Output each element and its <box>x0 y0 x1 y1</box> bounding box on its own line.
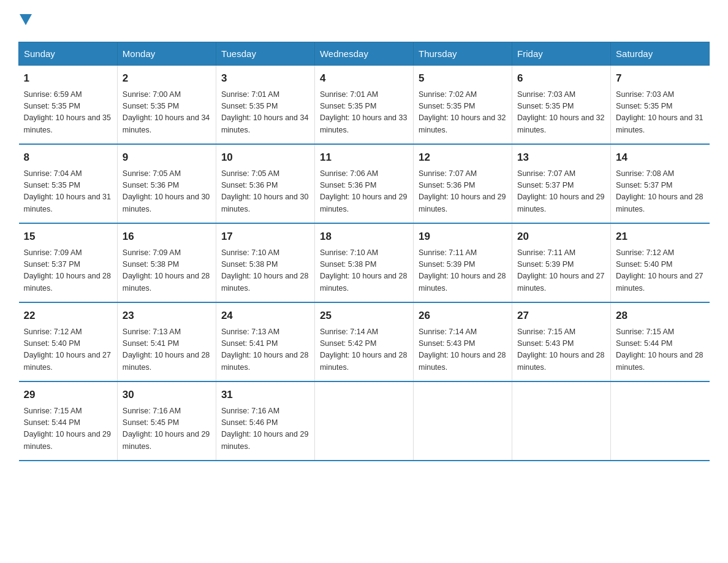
day-number: 13 <box>517 150 605 166</box>
daylight-label: Daylight: 10 hours and 35 minutes. <box>24 113 111 134</box>
day-number: 26 <box>419 308 507 324</box>
sunrise-label: Sunrise: 7:15 AM <box>517 327 575 336</box>
sunrise-label: Sunrise: 7:09 AM <box>24 248 82 257</box>
calendar-week-row: 22 Sunrise: 7:12 AM Sunset: 5:40 PM Dayl… <box>19 302 710 381</box>
sunrise-label: Sunrise: 7:05 AM <box>123 169 181 178</box>
sunset-label: Sunset: 5:36 PM <box>320 181 376 190</box>
daylight-label: Daylight: 10 hours and 28 minutes. <box>616 351 703 371</box>
weekday-header-wednesday: Wednesday <box>314 42 413 66</box>
weekday-header-row: SundayMondayTuesdayWednesdayThursdayFrid… <box>19 42 710 66</box>
calendar-cell: 17 Sunrise: 7:10 AM Sunset: 5:38 PM Dayl… <box>216 223 314 302</box>
daylight-label: Daylight: 10 hours and 29 minutes. <box>221 430 308 450</box>
day-number: 23 <box>123 308 211 324</box>
calendar-cell: 10 Sunrise: 7:05 AM Sunset: 5:36 PM Dayl… <box>216 144 314 223</box>
day-info: Sunrise: 7:14 AM Sunset: 5:43 PM Dayligh… <box>419 326 507 374</box>
daylight-label: Daylight: 10 hours and 28 minutes. <box>419 351 506 371</box>
sunrise-label: Sunrise: 7:09 AM <box>123 248 181 257</box>
sunrise-label: Sunrise: 7:15 AM <box>24 407 82 415</box>
day-number: 9 <box>123 150 211 166</box>
day-number: 28 <box>616 308 704 324</box>
day-number: 24 <box>221 308 309 324</box>
day-info: Sunrise: 7:03 AM Sunset: 5:35 PM Dayligh… <box>616 89 704 137</box>
sunrise-label: Sunrise: 7:11 AM <box>419 248 477 257</box>
calendar-cell: 5 Sunrise: 7:02 AM Sunset: 5:35 PM Dayli… <box>414 66 512 145</box>
calendar-cell <box>611 381 710 461</box>
sunset-label: Sunset: 5:38 PM <box>123 260 179 269</box>
sunset-label: Sunset: 5:44 PM <box>24 418 80 427</box>
sunset-label: Sunset: 5:40 PM <box>616 260 672 269</box>
sunset-label: Sunset: 5:37 PM <box>24 260 80 269</box>
day-info: Sunrise: 7:01 AM Sunset: 5:35 PM Dayligh… <box>320 89 408 137</box>
sunset-label: Sunset: 5:35 PM <box>123 102 179 110</box>
sunrise-label: Sunrise: 7:02 AM <box>419 90 477 99</box>
calendar-cell: 31 Sunrise: 7:16 AM Sunset: 5:46 PM Dayl… <box>216 381 314 461</box>
day-info: Sunrise: 7:01 AM Sunset: 5:35 PM Dayligh… <box>221 89 309 137</box>
weekday-header-sunday: Sunday <box>19 42 118 66</box>
calendar-cell: 9 Sunrise: 7:05 AM Sunset: 5:36 PM Dayli… <box>117 144 216 223</box>
weekday-header-friday: Friday <box>512 42 611 66</box>
logo <box>18 12 32 29</box>
day-number: 5 <box>419 71 507 86</box>
sunrise-label: Sunrise: 7:16 AM <box>221 407 279 415</box>
sunset-label: Sunset: 5:39 PM <box>517 260 574 269</box>
calendar-cell: 16 Sunrise: 7:09 AM Sunset: 5:38 PM Dayl… <box>117 223 216 302</box>
sunrise-label: Sunrise: 7:03 AM <box>616 90 674 99</box>
calendar-table: SundayMondayTuesdayWednesdayThursdayFrid… <box>18 42 710 461</box>
day-number: 17 <box>221 229 309 245</box>
calendar-cell: 8 Sunrise: 7:04 AM Sunset: 5:35 PM Dayli… <box>19 144 118 223</box>
day-number: 15 <box>24 229 112 245</box>
calendar-cell: 3 Sunrise: 7:01 AM Sunset: 5:35 PM Dayli… <box>216 66 314 145</box>
sunrise-label: Sunrise: 7:14 AM <box>419 327 477 336</box>
sunset-label: Sunset: 5:41 PM <box>123 339 179 348</box>
sunset-label: Sunset: 5:39 PM <box>419 260 475 269</box>
sunset-label: Sunset: 5:40 PM <box>24 339 80 348</box>
day-number: 12 <box>419 150 507 166</box>
calendar-cell: 15 Sunrise: 7:09 AM Sunset: 5:37 PM Dayl… <box>19 223 118 302</box>
daylight-label: Daylight: 10 hours and 28 minutes. <box>221 351 308 371</box>
calendar-cell: 22 Sunrise: 7:12 AM Sunset: 5:40 PM Dayl… <box>19 302 118 381</box>
sunset-label: Sunset: 5:35 PM <box>419 102 475 110</box>
calendar-cell <box>414 381 512 461</box>
day-info: Sunrise: 7:02 AM Sunset: 5:35 PM Dayligh… <box>419 89 507 137</box>
sunrise-label: Sunrise: 7:00 AM <box>123 90 181 99</box>
day-number: 4 <box>320 71 408 86</box>
sunset-label: Sunset: 5:35 PM <box>616 102 672 110</box>
sunset-label: Sunset: 5:35 PM <box>24 181 80 190</box>
day-info: Sunrise: 7:08 AM Sunset: 5:37 PM Dayligh… <box>616 168 704 216</box>
day-info: Sunrise: 7:16 AM Sunset: 5:46 PM Dayligh… <box>221 405 309 453</box>
calendar-cell: 23 Sunrise: 7:13 AM Sunset: 5:41 PM Dayl… <box>117 302 216 381</box>
day-number: 19 <box>419 229 507 245</box>
day-number: 22 <box>24 308 112 324</box>
day-info: Sunrise: 7:16 AM Sunset: 5:45 PM Dayligh… <box>123 405 211 453</box>
sunrise-label: Sunrise: 7:12 AM <box>24 327 82 336</box>
calendar-cell: 7 Sunrise: 7:03 AM Sunset: 5:35 PM Dayli… <box>611 66 710 145</box>
day-info: Sunrise: 7:11 AM Sunset: 5:39 PM Dayligh… <box>419 247 507 295</box>
weekday-header-thursday: Thursday <box>414 42 512 66</box>
daylight-label: Daylight: 10 hours and 29 minutes. <box>123 430 210 450</box>
day-number: 10 <box>221 150 309 166</box>
calendar-cell: 20 Sunrise: 7:11 AM Sunset: 5:39 PM Dayl… <box>512 223 611 302</box>
daylight-label: Daylight: 10 hours and 28 minutes. <box>123 272 210 292</box>
calendar-cell: 4 Sunrise: 7:01 AM Sunset: 5:35 PM Dayli… <box>314 66 413 145</box>
calendar-cell: 21 Sunrise: 7:12 AM Sunset: 5:40 PM Dayl… <box>611 223 710 302</box>
day-info: Sunrise: 7:10 AM Sunset: 5:38 PM Dayligh… <box>221 247 309 295</box>
day-number: 29 <box>24 387 112 403</box>
daylight-label: Daylight: 10 hours and 28 minutes. <box>123 351 210 371</box>
sunrise-label: Sunrise: 7:16 AM <box>123 407 181 415</box>
calendar-cell: 26 Sunrise: 7:14 AM Sunset: 5:43 PM Dayl… <box>414 302 512 381</box>
day-number: 1 <box>24 71 112 86</box>
daylight-label: Daylight: 10 hours and 34 minutes. <box>123 113 210 134</box>
daylight-label: Daylight: 10 hours and 30 minutes. <box>221 193 308 213</box>
sunrise-label: Sunrise: 7:08 AM <box>616 169 674 178</box>
day-info: Sunrise: 7:04 AM Sunset: 5:35 PM Dayligh… <box>24 168 112 216</box>
daylight-label: Daylight: 10 hours and 29 minutes. <box>517 193 604 213</box>
daylight-label: Daylight: 10 hours and 27 minutes. <box>517 272 604 292</box>
daylight-label: Daylight: 10 hours and 28 minutes. <box>616 193 703 213</box>
daylight-label: Daylight: 10 hours and 34 minutes. <box>221 113 308 134</box>
calendar-cell: 1 Sunrise: 6:59 AM Sunset: 5:35 PM Dayli… <box>19 66 118 145</box>
day-info: Sunrise: 7:06 AM Sunset: 5:36 PM Dayligh… <box>320 168 408 216</box>
day-number: 18 <box>320 229 408 245</box>
sunrise-label: Sunrise: 7:11 AM <box>517 248 575 257</box>
calendar-week-row: 8 Sunrise: 7:04 AM Sunset: 5:35 PM Dayli… <box>19 144 710 223</box>
daylight-label: Daylight: 10 hours and 27 minutes. <box>616 272 703 292</box>
